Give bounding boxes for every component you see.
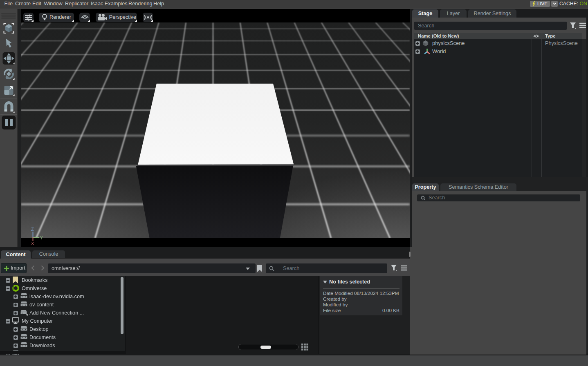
svg-text:Y: Y xyxy=(40,235,43,240)
svg-text:Z: Z xyxy=(31,227,34,232)
svg-text:X: X xyxy=(31,241,34,246)
